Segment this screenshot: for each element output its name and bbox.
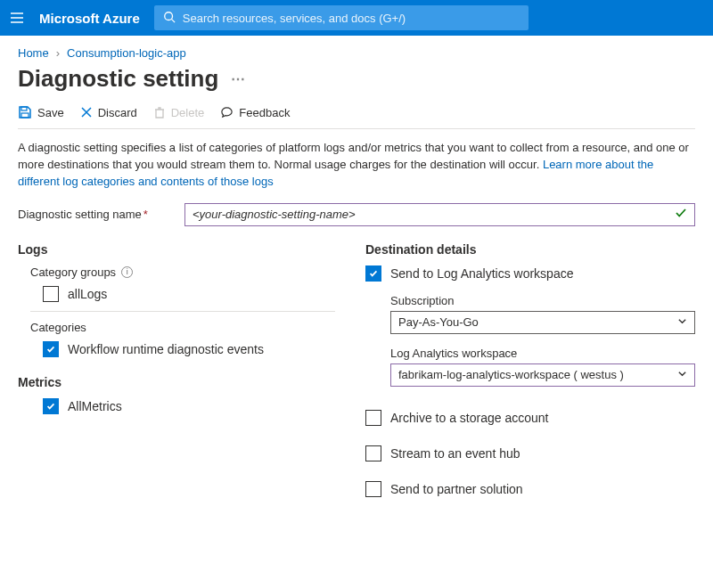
setting-name-input[interactable] (193, 208, 675, 221)
workflow-runtime-label: Workflow runtime diagnostic events (68, 342, 264, 356)
subscription-value: Pay-As-You-Go (398, 315, 479, 329)
allmetrics-checkbox[interactable] (43, 398, 59, 414)
discard-icon (80, 106, 93, 118)
svg-line-1 (171, 19, 175, 22)
left-column: Logs Category groups i allLogs Categorie… (18, 242, 348, 510)
breadcrumb: Home › Consumption-logic-app (18, 46, 695, 60)
required-asterisk: * (143, 208, 148, 221)
send-log-analytics-checkbox[interactable] (365, 265, 381, 282)
workspace-field: Log Analytics workspace fabrikam-log-ana… (390, 347, 695, 387)
partner-solution-label: Send to partner solution (390, 482, 523, 496)
setting-name-row: Diagnostic setting name* (18, 203, 695, 226)
columns: Logs Category groups i allLogs Categorie… (18, 242, 695, 510)
feedback-icon (220, 106, 234, 119)
valid-check-icon (675, 207, 687, 222)
delete-button: Delete (153, 106, 205, 119)
subscription-select[interactable]: Pay-As-You-Go (390, 311, 695, 334)
save-label: Save (37, 106, 64, 119)
workspace-value: fabrikam-log-analytics-workspace ( westu… (398, 368, 624, 381)
breadcrumb-home[interactable]: Home (18, 46, 49, 60)
discard-button[interactable]: Discard (80, 106, 137, 119)
send-log-analytics-label: Send to Log Analytics workspace (390, 266, 573, 281)
global-search[interactable] (154, 5, 529, 30)
alllogs-row: allLogs (43, 286, 348, 302)
brand-label: Microsoft Azure (39, 11, 140, 26)
workflow-runtime-row: Workflow runtime diagnostic events (43, 341, 348, 357)
categories-label: Categories (30, 321, 348, 334)
info-icon[interactable]: i (121, 266, 133, 278)
setting-name-field[interactable] (184, 203, 695, 226)
feedback-button[interactable]: Feedback (220, 106, 290, 119)
subscription-label: Subscription (390, 294, 695, 307)
send-log-analytics-row: Send to Log Analytics workspace (365, 265, 695, 282)
svg-rect-2 (21, 107, 27, 110)
destination-heading: Destination details (365, 242, 695, 257)
chevron-right-icon: › (56, 46, 60, 60)
right-column: Destination details Send to Log Analytic… (365, 242, 695, 510)
save-icon (18, 105, 32, 119)
more-actions-icon[interactable]: ⋯ (231, 70, 245, 87)
allmetrics-row: AllMetrics (43, 398, 348, 414)
stream-eventhub-label: Stream to an event hub (390, 446, 520, 461)
workflow-runtime-checkbox[interactable] (43, 341, 59, 357)
description-text: A diagnostic setting specifies a list of… (18, 140, 695, 191)
toolbar: Save Discard Delete Feedback (18, 105, 695, 129)
breadcrumb-resource[interactable]: Consumption-logic-app (67, 46, 186, 60)
svg-point-0 (165, 12, 173, 20)
setting-name-label: Diagnostic setting name* (18, 208, 174, 221)
save-button[interactable]: Save (18, 105, 64, 119)
archive-storage-row: Archive to a storage account (365, 410, 695, 426)
chevron-down-icon (677, 315, 687, 329)
page-title: Diagnostic setting ⋯ (18, 65, 695, 93)
alllogs-checkbox[interactable] (43, 286, 59, 302)
partner-solution-row: Send to partner solution (365, 481, 695, 497)
delete-label: Delete (171, 106, 205, 119)
global-search-input[interactable] (183, 12, 520, 25)
delete-icon (153, 106, 166, 118)
stream-eventhub-row: Stream to an event hub (365, 445, 695, 461)
chevron-down-icon (677, 368, 687, 381)
azure-topbar: Microsoft Azure (0, 0, 713, 36)
partner-solution-checkbox[interactable] (365, 481, 381, 497)
search-icon (163, 11, 176, 26)
archive-storage-checkbox[interactable] (365, 410, 381, 426)
allmetrics-label: AllMetrics (68, 399, 122, 413)
workspace-label: Log Analytics workspace (390, 347, 695, 360)
discard-label: Discard (98, 106, 137, 119)
subscription-field: Subscription Pay-As-You-Go (390, 294, 695, 334)
feedback-label: Feedback (239, 106, 290, 119)
archive-storage-label: Archive to a storage account (390, 411, 548, 425)
metrics-heading: Metrics (18, 375, 348, 389)
page-title-text: Diagnostic setting (18, 65, 218, 93)
logs-heading: Logs (18, 242, 348, 257)
category-groups-label: Category groups i (30, 265, 348, 279)
logs-divider (30, 311, 335, 312)
workspace-select[interactable]: fabrikam-log-analytics-workspace ( westu… (390, 363, 695, 387)
stream-eventhub-checkbox[interactable] (365, 445, 381, 461)
hamburger-menu-icon[interactable] (9, 10, 25, 26)
alllogs-label: allLogs (68, 287, 107, 301)
